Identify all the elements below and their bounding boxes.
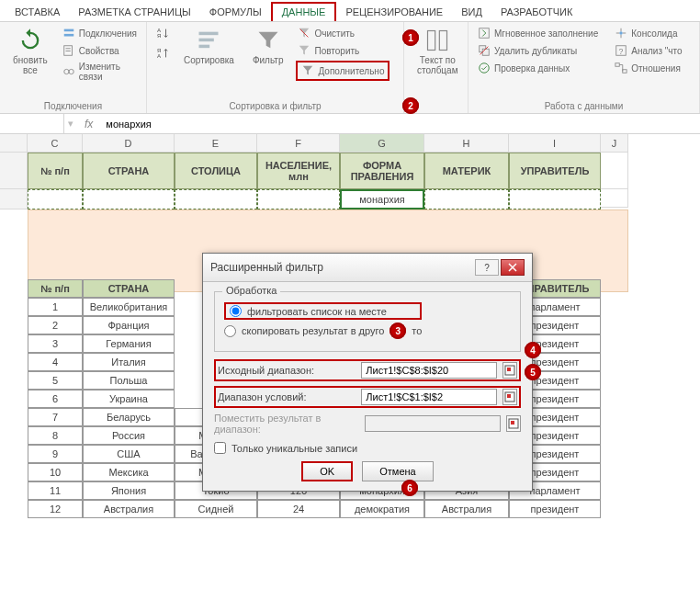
col-header-g[interactable]: G [340,134,424,153]
cell[interactable]: США [83,445,175,463]
col-header-c[interactable]: C [28,134,83,153]
svg-rect-28 [507,368,511,371]
relationships-button[interactable]: Отношения [613,61,683,75]
copy-to-radio[interactable] [224,325,236,337]
crit-header-form: ФОРМА ПРАВЛЕНИЯ [340,153,424,189]
cell[interactable]: Великобритания [83,298,175,316]
name-box[interactable] [0,114,64,133]
table-row[interactable]: 12АвстралияСидней24демократияАвстралияпр… [28,500,601,518]
edit-links-button[interactable]: Изменить связи [61,61,139,83]
properties-button[interactable]: Свойства [61,43,139,58]
cell[interactable]: 5 [28,371,83,390]
formula-input[interactable] [100,119,700,130]
clear-filter-button[interactable]: Очистить [296,26,390,40]
tab-review[interactable]: РЕЦЕНЗИРОВАНИЕ [336,4,452,21]
tab-developer[interactable]: РАЗРАБОТЧИК [491,4,581,21]
cell[interactable]: Австралия [83,500,175,518]
cell[interactable]: Италия [83,353,175,371]
flash-fill-button[interactable]: Мгновенное заполнение [476,26,600,40]
cell[interactable]: 24 [257,500,340,518]
tab-page-layout[interactable]: РАЗМЕТКА СТРАНИЦЫ [69,4,199,21]
advanced-filter-button[interactable]: Дополнительно [296,61,390,81]
col-header-h[interactable]: H [424,134,509,153]
svg-rect-25 [615,63,619,67]
cell[interactable]: 4 [28,353,83,371]
marker-5: 5 [525,364,541,380]
text-to-columns-button[interactable]: Текст по столбцам [412,26,464,77]
cell[interactable]: 7 [28,408,83,426]
crit-cell[interactable] [83,189,175,209]
source-range-input[interactable] [361,362,497,379]
cell[interactable]: 8 [28,426,83,445]
funnel-icon [255,28,281,53]
reapply-filter-button[interactable]: Повторить [296,43,390,58]
crit-cell[interactable] [175,189,257,209]
cell[interactable]: президент [509,500,601,518]
data-validation-button[interactable]: Проверка данных [476,61,600,75]
cell[interactable]: 9 [28,445,83,463]
col-header-i[interactable]: I [509,134,601,153]
ok-button[interactable]: OK [301,461,353,481]
sort-za-button[interactable]: ЯA [154,46,171,61]
cell[interactable]: Германия [83,334,175,353]
consolidate-button[interactable]: Консолида [613,26,683,40]
cell[interactable]: Польша [83,371,175,390]
cell[interactable]: демократия [340,500,424,518]
cell[interactable]: 12 [28,500,83,518]
cell[interactable]: 10 [28,463,83,481]
crit-header-num: № п/п [28,153,83,189]
svg-rect-12 [199,39,214,42]
filter-button[interactable]: Фильтр [247,26,289,67]
svg-point-5 [63,69,68,74]
sort-button[interactable]: Сортировка [178,26,240,67]
crit-cell[interactable] [257,189,340,209]
cell[interactable]: Сидней [175,500,257,518]
range-picker-button[interactable] [502,389,517,405]
cell[interactable]: 11 [28,481,83,500]
unique-records-checkbox[interactable] [214,442,226,454]
cell[interactable]: 2 [28,316,83,334]
cell[interactable]: 3 [28,334,83,353]
col-header-j[interactable]: J [601,134,628,153]
cell[interactable]: Россия [83,426,175,445]
crit-cell[interactable] [424,189,509,209]
tab-data[interactable]: ДАННЫЕ [271,2,337,21]
cell[interactable]: Австралия [424,500,509,518]
cell[interactable]: Украина [83,390,175,408]
svg-rect-17 [480,28,490,39]
col-header-d[interactable]: D [83,134,175,153]
close-button[interactable] [501,259,525,276]
cell[interactable]: Мексика [83,463,175,481]
filter-in-place-radio[interactable] [230,305,242,317]
tab-insert[interactable]: ВСТАВКА [6,4,69,21]
svg-rect-16 [440,31,447,51]
whatif-button[interactable]: ?Анализ "что [613,43,683,58]
range-picker-button[interactable] [506,415,521,432]
cancel-button[interactable]: Отмена [362,461,433,481]
cell[interactable]: 6 [28,390,83,408]
tbl-header-country: СТРАНА [83,279,175,298]
crit-cell-form[interactable]: монархия [340,189,424,209]
crit-cell[interactable] [509,189,601,209]
tab-formulas[interactable]: ФОРМУЛЫ [200,4,271,21]
col-header-f[interactable]: F [257,134,340,153]
text-columns-icon [424,28,450,53]
col-header-e[interactable]: E [175,134,257,153]
svg-rect-19 [482,49,489,55]
svg-rect-0 [63,29,73,32]
tab-view[interactable]: ВИД [452,4,491,21]
cell[interactable]: Япония [83,481,175,500]
range-picker-button[interactable] [502,362,517,379]
cell[interactable]: Беларусь [83,408,175,426]
remove-duplicates-button[interactable]: Удалить дубликаты [476,43,600,58]
cell[interactable]: Франция [83,316,175,334]
fx-button[interactable]: fx [77,118,100,130]
cell[interactable]: 1 [28,298,83,316]
sort-az-button[interactable]: AЯ [154,26,171,40]
dialog-titlebar[interactable]: Расширенный фильтр ? [203,254,532,282]
connections-button[interactable]: Подключения [61,26,139,40]
help-button[interactable]: ? [475,259,499,276]
refresh-all-button[interactable]: бновить все [7,26,53,77]
crit-cell[interactable] [28,189,83,209]
criteria-range-input[interactable] [361,389,497,405]
